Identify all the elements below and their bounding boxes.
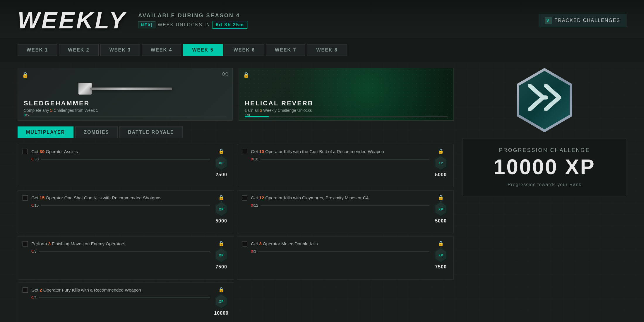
challenge-info-3: Get 12 Operator Kills with Claymores, Pr… xyxy=(251,195,429,208)
lock-icon-ch5: 🔒 xyxy=(438,241,444,246)
xp-badge-4: XP xyxy=(213,247,229,263)
challenge-checkbox-6[interactable] xyxy=(23,287,28,293)
xp-amount-0: 2500 xyxy=(215,172,227,177)
challenge-checkbox-5[interactable] xyxy=(242,241,247,246)
xp-icon-section xyxy=(463,68,626,132)
challenge-checkbox-3[interactable] xyxy=(242,195,247,201)
challenge-right-5: 🔒 XP 7500 xyxy=(433,241,449,270)
tab-week6[interactable]: WEEK 6 xyxy=(225,44,264,56)
tab-week5[interactable]: WEEK 5 xyxy=(183,44,222,56)
tab-zombies[interactable]: ZOMBIES xyxy=(75,126,118,138)
tab-week7[interactable]: WEEK 7 xyxy=(266,44,305,56)
challenge-right-0: 🔒 XP 2500 xyxy=(213,148,229,177)
xp-badge-label-6: XP xyxy=(219,300,224,303)
challenge-bar-1 xyxy=(261,159,429,160)
challenge-desc-1: Get 10 Operator Kills with the Gun-Butt … xyxy=(251,148,429,155)
unlock-card-sledgehammer: 🔒 SLEDGEHAMMER xyxy=(18,68,233,121)
challenge-item-6: Get 2 Operator Fury Kills with a Recomme… xyxy=(18,282,234,322)
tab-week3[interactable]: WEEK 3 xyxy=(100,44,140,56)
progress-label-0: 0/30 xyxy=(31,157,39,161)
desc-prefix: Complete any xyxy=(24,108,50,113)
unlock-card-helical: 🔒 HELICAL REVERB Earn all 6 Weekly Chall… xyxy=(239,68,454,121)
progression-sub: Progression towards your Rank xyxy=(475,182,614,187)
challenge-info-5: Get 3 Operator Melee Double Kills 0/3 xyxy=(251,241,429,254)
card-progress-bar-0 xyxy=(24,116,227,117)
challenge-item-1: Get 10 Operator Kills with the Gun-Butt … xyxy=(237,144,454,187)
xp-amount-2: 5000 xyxy=(215,218,227,224)
challenge-desc-2: Get 15 Operator One Shot One Kills with … xyxy=(31,195,210,201)
progress-label-1: 0/10 xyxy=(251,157,258,161)
svg-point-1 xyxy=(224,73,226,75)
progress-label-6: 0/2 xyxy=(31,295,37,300)
challenge-right-6: 🔒 XP 10000 xyxy=(213,287,229,316)
sledgehammer-image xyxy=(18,78,232,99)
tab-week8[interactable]: WEEK 8 xyxy=(307,44,347,56)
xp-amount-5: 7500 xyxy=(435,264,447,270)
unlock-cards: 🔒 SLEDGEHAMMER xyxy=(18,68,454,121)
challenge-progress-1: 0/10 xyxy=(251,157,429,161)
tab-week4[interactable]: WEEK 4 xyxy=(142,44,181,56)
unlock-card-desc: Complete any 5 Challenges from Week 5 xyxy=(24,108,98,113)
challenge-bar-4 xyxy=(39,251,210,252)
tab-battle-royale[interactable]: BATTLE ROYALE xyxy=(119,126,183,138)
challenge-checkbox-4[interactable] xyxy=(23,241,28,246)
desc-num: 5 xyxy=(50,108,52,113)
challenge-info-2: Get 15 Operator One Shot One Kills with … xyxy=(31,195,210,208)
card-progress-bar-1 xyxy=(245,116,448,117)
challenge-progress-0: 0/30 xyxy=(31,157,210,161)
challenge-checkbox-2[interactable] xyxy=(23,195,28,201)
challenge-bar-2 xyxy=(41,205,210,206)
xp-badge-label-0: XP xyxy=(219,161,224,165)
challenge-right-1: 🔒 XP 5000 xyxy=(433,148,449,177)
challenge-progress-5: 0/3 xyxy=(251,249,429,254)
challenge-desc-4: Perform 3 Finishing Moves on Enemy Opera… xyxy=(31,241,210,247)
page: WEEKLY AVAILABLE DURING SEASON 4 NEX| WE… xyxy=(0,0,644,322)
tab-multiplayer[interactable]: MULTIPLAYER xyxy=(18,126,73,138)
challenge-checkbox-1[interactable] xyxy=(242,149,247,154)
header: WEEKLY AVAILABLE DURING SEASON 4 NEX| WE… xyxy=(0,0,644,38)
challenge-progress-6: 0/2 xyxy=(31,295,210,300)
challenge-item-2: Get 15 Operator One Shot One Kills with … xyxy=(18,190,234,234)
challenge-item-4: Perform 3 Finishing Moves on Enemy Opera… xyxy=(18,236,234,280)
tracked-label: TRACKED CHALLENGES xyxy=(555,18,621,23)
progress-label-3: 0/12 xyxy=(251,203,258,208)
unlock-badge: NEX| WEEK UNLOCKS IN 6d 3h 25m xyxy=(138,21,247,29)
empty-challenge-slot xyxy=(237,282,454,322)
challenge-checkbox-0[interactable] xyxy=(23,149,28,154)
challenge-bar-5 xyxy=(258,251,429,252)
challenge-desc-3: Get 12 Operator Kills with Claymores, Pr… xyxy=(251,195,429,201)
tracked-key-icon: V xyxy=(545,17,552,24)
lock-icon-ch2: 🔒 xyxy=(218,195,224,200)
right-panel: PROGRESSION CHALLENGE 10000 XP Progressi… xyxy=(463,68,626,322)
xp-badge-6: XP xyxy=(213,294,229,309)
lock-icon-ch4: 🔒 xyxy=(218,241,224,246)
lock-icon-ch0: 🔒 xyxy=(218,148,224,154)
desc-prefix-2: Earn all xyxy=(245,108,260,113)
challenge-info-4: Perform 3 Finishing Moves on Enemy Opera… xyxy=(31,241,210,254)
unlock-card-desc-2: Earn all 6 Weekly Challenge Unlocks xyxy=(245,108,312,113)
tracked-challenges-button[interactable]: V TRACKED CHALLENGES xyxy=(539,14,627,27)
left-panel: 🔒 SLEDGEHAMMER xyxy=(18,68,454,322)
challenge-info-6: Get 2 Operator Fury Kills with a Recomme… xyxy=(31,287,210,300)
xp-badge-label-2: XP xyxy=(219,208,224,211)
challenge-info-0: Get 30 Operator Assists 0/30 xyxy=(31,148,210,161)
unlock-card-name-2: HELICAL REVERB xyxy=(245,100,314,107)
tab-week1[interactable]: WEEK 1 xyxy=(18,44,57,56)
xp-badge-0: XP xyxy=(213,155,229,171)
lock-icon-ch1: 🔒 xyxy=(438,148,444,154)
tab-week2[interactable]: WEEK 2 xyxy=(59,44,98,56)
next-label: NEX| xyxy=(138,21,155,28)
available-label: AVAILABLE DURING SEASON 4 xyxy=(138,13,247,19)
challenges-grid: Get 30 Operator Assists 0/30 🔒 XP 2500 xyxy=(18,144,454,322)
xp-amount-6: 10000 xyxy=(214,311,229,316)
eye-icon[interactable] xyxy=(222,72,228,78)
challenge-right-4: 🔒 XP 7500 xyxy=(213,241,229,270)
challenge-desc-6: Get 2 Operator Fury Kills with a Recomme… xyxy=(31,287,210,293)
unlock-card-name: SLEDGEHAMMER xyxy=(24,100,90,107)
challenge-bar-0 xyxy=(41,159,210,160)
challenge-progress-4: 0/3 xyxy=(31,249,210,254)
challenge-right-3: 🔒 XP 5000 xyxy=(433,195,449,224)
mode-tabs: MULTIPLAYER ZOMBIES BATTLE ROYALE xyxy=(18,126,454,138)
lock-icon: 🔒 xyxy=(22,72,28,78)
challenge-info-1: Get 10 Operator Kills with the Gun-Butt … xyxy=(251,148,429,161)
